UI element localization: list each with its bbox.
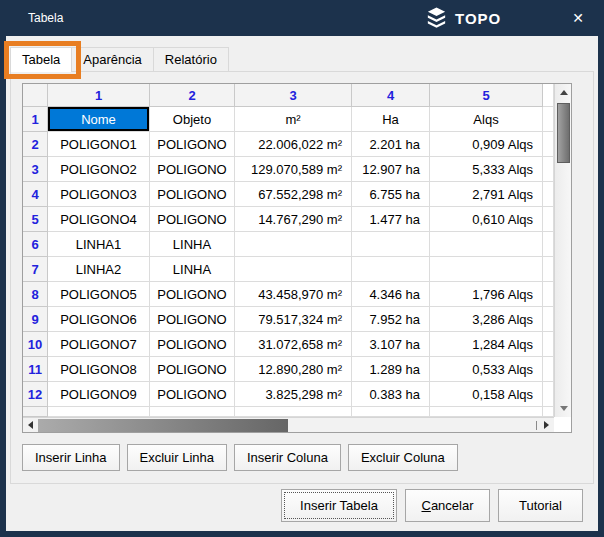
grid-cell[interactable]: 1.289 ha — [352, 357, 430, 382]
grid-cell-partial[interactable] — [543, 407, 554, 417]
grid-cell[interactable] — [235, 257, 352, 282]
grid-cell[interactable]: POLIGONO — [150, 332, 235, 357]
grid-cell[interactable]: 129.070,589 m² — [235, 157, 352, 182]
grid-cell[interactable]: m² — [235, 107, 352, 132]
grid-cell[interactable] — [235, 232, 352, 257]
row-number[interactable]: 9 — [23, 307, 48, 332]
grid-cell-partial[interactable] — [543, 157, 554, 182]
grid-cell[interactable]: 5,333 Alqs — [430, 157, 543, 182]
grid-cell[interactable] — [235, 407, 352, 417]
grid-cell[interactable]: 7.952 ha — [352, 307, 430, 332]
grid-cell[interactable]: 1.477 ha — [352, 207, 430, 232]
grid-cell[interactable]: LINHA2 — [48, 257, 150, 282]
vertical-scrollbar[interactable] — [554, 84, 571, 417]
grid-cell[interactable]: POLIGONO8 — [48, 357, 150, 382]
row-number[interactable]: 10 — [23, 332, 48, 357]
grid-cell[interactable]: POLIGONO9 — [48, 382, 150, 407]
grid-cell[interactable]: 22.006,022 m² — [235, 132, 352, 157]
grid-cell[interactable] — [48, 407, 150, 417]
grid-cell[interactable] — [150, 407, 235, 417]
row-number[interactable]: 6 — [23, 232, 48, 257]
grid-cell[interactable]: POLIGONO — [150, 207, 235, 232]
grid-cell[interactable]: 0,610 Alqs — [430, 207, 543, 232]
scroll-down-button[interactable] — [555, 400, 572, 417]
grid-cell[interactable]: 1,284 Alqs — [430, 332, 543, 357]
row-number[interactable] — [23, 407, 48, 417]
grid-cell[interactable]: POLIGONO — [150, 357, 235, 382]
delete-column-button[interactable]: Excluir Coluna — [348, 444, 458, 471]
column-header-partial[interactable] — [543, 84, 554, 107]
grid-cell[interactable]: LINHA — [150, 257, 235, 282]
column-header[interactable]: 3 — [235, 84, 352, 107]
grid-cell-partial[interactable] — [543, 257, 554, 282]
grid-cell[interactable]: POLIGONO5 — [48, 282, 150, 307]
column-header[interactable]: 2 — [150, 84, 235, 107]
insert-column-button[interactable]: Inserir Coluna — [234, 444, 341, 471]
grid-cell[interactable] — [352, 257, 430, 282]
grid-cell-partial[interactable] — [543, 232, 554, 257]
column-header[interactable]: 5 — [430, 84, 543, 107]
grid-cell[interactable]: 67.552,298 m² — [235, 182, 352, 207]
grid-cell[interactable]: 0,909 Alqs — [430, 132, 543, 157]
row-number[interactable]: 3 — [23, 157, 48, 182]
tab-aparencia[interactable]: Aparência — [72, 47, 154, 71]
grid-cell[interactable]: POLIGONO — [150, 182, 235, 207]
grid-cell[interactable]: 4.346 ha — [352, 282, 430, 307]
grid-cell[interactable]: POLIGONO — [150, 382, 235, 407]
grid-corner-cell[interactable] — [23, 84, 48, 107]
grid-cell[interactable]: POLIGONO — [150, 132, 235, 157]
grid-cell[interactable]: 3.107 ha — [352, 332, 430, 357]
delete-row-button[interactable]: Excluir Linha — [127, 444, 227, 471]
grid-cell-partial[interactable] — [543, 182, 554, 207]
grid-cell[interactable]: 1,796 Alqs — [430, 282, 543, 307]
grid-cell[interactable]: LINHA — [150, 232, 235, 257]
grid-cell-partial[interactable] — [543, 307, 554, 332]
grid-cell[interactable]: 31.072,658 m² — [235, 332, 352, 357]
grid-cell[interactable] — [352, 407, 430, 417]
grid-cell[interactable]: Ha — [352, 107, 430, 132]
grid-cell[interactable]: 3.825,298 m² — [235, 382, 352, 407]
grid-cell[interactable]: Objeto — [150, 107, 235, 132]
grid-cell[interactable]: 12.890,280 m² — [235, 357, 352, 382]
insert-row-button[interactable]: Inserir Linha — [22, 444, 120, 471]
row-number[interactable]: 8 — [23, 282, 48, 307]
row-number[interactable]: 1 — [23, 107, 48, 132]
grid-cell[interactable]: 43.458,970 m² — [235, 282, 352, 307]
grid-cell[interactable]: 12.907 ha — [352, 157, 430, 182]
grid-cell-partial[interactable] — [543, 282, 554, 307]
grid-cell[interactable]: 0,533 Alqs — [430, 357, 543, 382]
column-header[interactable]: 1 — [48, 84, 150, 107]
grid-cell[interactable]: POLIGONO — [150, 282, 235, 307]
column-header[interactable]: 4 — [352, 84, 430, 107]
tab-tabela[interactable]: Tabela — [10, 47, 72, 72]
grid-cell-partial[interactable] — [543, 332, 554, 357]
grid-cell[interactable]: LINHA1 — [48, 232, 150, 257]
grid-cell[interactable]: 0.383 ha — [352, 382, 430, 407]
grid-cell[interactable] — [430, 232, 543, 257]
grid-cell[interactable]: POLIGONO — [150, 157, 235, 182]
grid-cell[interactable] — [430, 257, 543, 282]
insert-table-button[interactable]: Inserir Tabela — [281, 489, 397, 522]
scroll-right-button[interactable] — [539, 418, 554, 432]
grid-cell[interactable]: POLIGONO1 — [48, 132, 150, 157]
vertical-scroll-thumb[interactable] — [557, 103, 570, 163]
grid-cell[interactable]: POLIGONO4 — [48, 207, 150, 232]
horizontal-scrollbar[interactable] — [23, 417, 554, 432]
grid-cell[interactable] — [430, 407, 543, 417]
scroll-left-button[interactable] — [23, 418, 38, 432]
grid-cell[interactable]: 6.755 ha — [352, 182, 430, 207]
grid-cell[interactable]: 14.767,290 m² — [235, 207, 352, 232]
grid-cell[interactable]: Nome — [48, 107, 150, 132]
grid-cell[interactable]: POLIGONO6 — [48, 307, 150, 332]
grid-cell-partial[interactable] — [543, 207, 554, 232]
row-number[interactable]: 12 — [23, 382, 48, 407]
horizontal-scroll-thumb[interactable] — [38, 419, 288, 432]
cancel-button[interactable]: Cancelar — [405, 489, 490, 522]
grid-cell[interactable]: POLIGONO2 — [48, 157, 150, 182]
grid-cell[interactable]: 0,158 Alqs — [430, 382, 543, 407]
grid-cell[interactable]: POLIGONO — [150, 307, 235, 332]
grid-cell[interactable]: 2.201 ha — [352, 132, 430, 157]
grid-cell[interactable]: 79.517,324 m² — [235, 307, 352, 332]
row-number[interactable]: 11 — [23, 357, 48, 382]
grid-cell-partial[interactable] — [543, 382, 554, 407]
